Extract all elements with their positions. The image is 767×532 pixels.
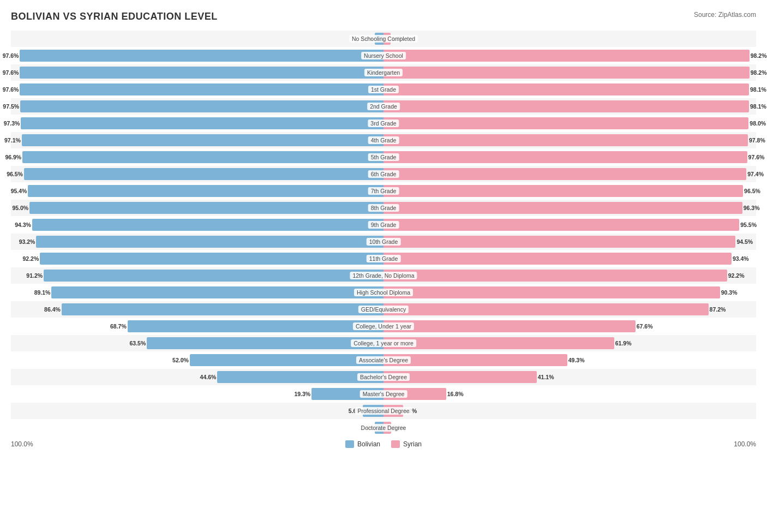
table-row: 97.5% 2nd Grade 98.1% — [11, 98, 756, 115]
chart-title: Bolivian vs Syrian Education Level — [11, 11, 218, 22]
legend-label-bolivian: Bolivian — [357, 440, 380, 448]
table-row: 95.0% 8th Grade 96.3% — [11, 200, 756, 216]
table-row: 96.9% 5th Grade 97.6% — [11, 149, 756, 165]
legend-label-syrian: Syrian — [403, 440, 422, 448]
table-row: 44.6% Bachelor's Degree 41.1% — [11, 369, 756, 385]
table-row: 95.4% 7th Grade 96.5% — [11, 183, 756, 199]
chart-footer: 100.0% Bolivian Syrian 100.0% — [11, 440, 756, 448]
legend-color-bolivian — [345, 440, 354, 448]
chart-container: Bolivian vs Syrian Education Level Sourc… — [11, 11, 756, 448]
legend-item-syrian: Syrian — [391, 440, 422, 448]
table-row: 5.6% Professional Degree 5.2% — [11, 403, 756, 419]
table-row: 2.4% Doctorate Degree 2.1% — [11, 420, 756, 436]
table-row: 68.7% College, Under 1 year 67.6% — [11, 318, 756, 334]
table-row: 19.3% Master's Degree 16.8% — [11, 386, 756, 402]
axis-label-left: 100.0% — [11, 440, 33, 448]
table-row: 97.1% 4th Grade 97.8% — [11, 132, 756, 148]
table-row: 92.2% 11th Grade 93.4% — [11, 250, 756, 267]
chart-source: Source: ZipAtlas.com — [694, 11, 756, 19]
table-row: 89.1% High School Diploma 90.3% — [11, 284, 756, 301]
table-row: 97.6% 1st Grade 98.1% — [11, 81, 756, 98]
table-row: 97.6% Nursery School 98.2% — [11, 47, 756, 64]
table-row: 94.3% 9th Grade 95.5% — [11, 217, 756, 233]
table-row: 86.4% GED/Equivalency 87.2% — [11, 301, 756, 318]
table-row: 96.5% 6th Grade 97.4% — [11, 166, 756, 182]
table-row: 2.4% No Schooling Completed 1.9% — [11, 31, 756, 47]
chart-body: 2.4% No Schooling Completed 1.9% 97.6% — [11, 31, 756, 436]
legend-color-syrian — [391, 440, 400, 448]
legend-item-bolivian: Bolivian — [345, 440, 380, 448]
table-row: 52.0% Associate's Degree 49.3% — [11, 352, 756, 368]
table-row: 97.3% 3rd Grade 98.0% — [11, 115, 756, 131]
axis-label-right: 100.0% — [734, 440, 756, 448]
chart-header: Bolivian vs Syrian Education Level Sourc… — [11, 11, 756, 22]
table-row: 97.6% Kindergarten 98.2% — [11, 64, 756, 81]
table-row: 63.5% College, 1 year or more 61.9% — [11, 335, 756, 351]
table-row: 91.2% 12th Grade, No Diploma 92.2% — [11, 267, 756, 284]
table-row: 93.2% 10th Grade 94.5% — [11, 234, 756, 250]
legend: Bolivian Syrian — [33, 440, 734, 448]
